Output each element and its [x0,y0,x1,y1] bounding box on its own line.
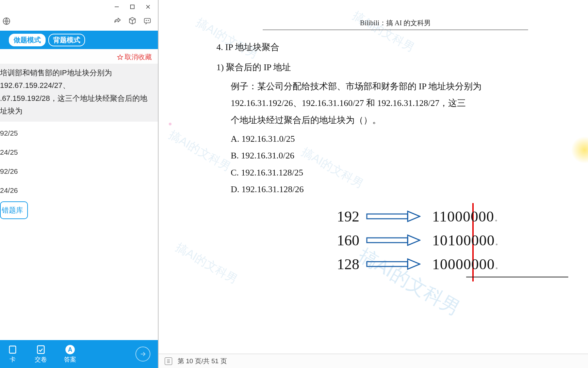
nav-submit-label: 交卷 [35,355,47,364]
globe-icon[interactable] [2,17,11,26]
svg-marker-18 [408,259,420,269]
share-icon[interactable] [113,17,122,26]
doc-heading-1-1: 1) 聚合后的 IP 地址 [216,59,574,76]
svg-rect-1 [131,5,134,9]
doc-heading-4: 4. IP 地址块聚合 [216,39,574,56]
svg-marker-16 [408,235,420,245]
doc-option-a: A. 192.16.31.0/25 [231,131,574,147]
doc-option-d: D. 192.16.31.128/26 [231,181,574,198]
binary-row: 192 11000000. [325,204,588,228]
favorite-label: 取消收藏 [125,52,152,62]
chat-icon[interactable] [143,17,152,26]
svg-marker-8 [118,55,123,59]
svg-marker-14 [408,211,420,221]
window-controls [0,0,158,14]
binary-row: 128 10000000. [325,252,588,276]
submit-icon [36,344,46,355]
binary-diagram: 192 11000000. 160 10100000. 128 10000000… [325,204,588,276]
nav-card[interactable]: 卡 [7,344,18,364]
question-line-2: .67.159.192/28，这三个地址块经聚合后的地址块为 [0,92,154,118]
answer-options: 92/25 24/25 92/26 24/26 [0,122,158,201]
svg-rect-5 [144,18,150,23]
document-panel: 搞AI的文科男 搞AI的文科男 搞AI的文科男 搞AI的文科男 搞AI的文科男 … [159,0,588,368]
page-status-bar: 第 10 页/共 51 页 [159,354,588,368]
result-underline-icon [466,277,568,277]
option-b[interactable]: 24/25 [0,148,158,156]
option-d[interactable]: 24/26 [0,186,158,195]
doc-option-b: B. 192.16.31.0/26 [231,147,574,164]
option-c[interactable]: 92/26 [0,167,158,175]
svg-rect-17 [367,262,408,266]
wrong-question-button[interactable]: 错题库 [0,201,28,219]
option-a[interactable]: 92/25 [0,129,158,137]
quiz-app-panel: 做题模式 背题模式 取消收藏 培训部和销售部的IP地址块分别为192.67.15… [0,0,159,368]
bottom-nav: 卡 交卷 A 答案 [0,340,158,368]
svg-rect-9 [10,346,16,353]
nav-submit[interactable]: 交卷 [35,344,47,364]
page-status-text: 第 10 页/共 51 页 [178,357,227,366]
svg-rect-15 [367,238,408,243]
card-icon [7,344,18,355]
binary-bits: 10000000. [424,256,526,273]
binary-dec: 160 [325,232,366,249]
svg-point-7 [148,20,149,21]
doc-example-line-1: 例子：某公司分配给技术部、市场部和财务部的 IP 地址块分别为 [231,78,574,95]
binary-row: 160 10100000. [325,228,588,252]
binary-bits: 11000000. [424,208,526,225]
minimize-icon[interactable] [114,4,120,10]
doc-example-line-3: 个地址块经过聚合后的地址块为（）。 [231,112,574,128]
doc-header: Bilibili：搞 AI 的文科男 [263,18,528,30]
mode-bar: 做题模式 背题模式 [0,31,158,49]
arrow-icon [366,258,424,270]
binary-dec: 192 [325,208,366,225]
watermark: 搞AI的文科男 [173,240,240,288]
arrow-icon [366,234,424,246]
doc-option-c: C. 192.16.31.128/25 [231,164,574,181]
svg-rect-13 [367,214,408,219]
star-icon [117,54,123,60]
svg-point-6 [146,20,147,21]
page-layout-icon[interactable] [165,357,172,365]
binary-bits: 10100000. [424,232,526,249]
nav-answer-label: 答案 [64,355,76,364]
svg-rect-10 [37,346,44,354]
close-icon[interactable] [145,4,151,10]
nav-next[interactable] [135,347,150,362]
svg-text:A: A [68,346,72,353]
question-text: 培训部和销售部的IP地址块分别为192.67.159.224/27、 .67.1… [0,64,158,122]
mode-quiz[interactable]: 做题模式 [9,34,46,46]
nav-card-label: 卡 [10,355,16,364]
cube-icon[interactable] [128,17,137,26]
document-body: Bilibili：搞 AI 的文科男 4. IP 地址块聚合 1) 聚合后的 I… [159,0,588,198]
question-line-1: 培训部和销售部的IP地址块分别为192.67.159.224/27、 [0,66,154,92]
arrow-icon [366,211,424,222]
nav-answer[interactable]: A 答案 [64,344,76,364]
mode-review[interactable]: 背题模式 [48,34,85,46]
maximize-icon[interactable] [129,4,135,10]
app-toolbar [0,14,158,31]
binary-dec: 128 [325,256,366,273]
answer-icon: A [65,344,75,355]
doc-example-line-2: 192.16.31.192/26、192.16.31.160/27 和 192.… [231,95,574,111]
favorite-toggle[interactable]: 取消收藏 [0,49,158,64]
